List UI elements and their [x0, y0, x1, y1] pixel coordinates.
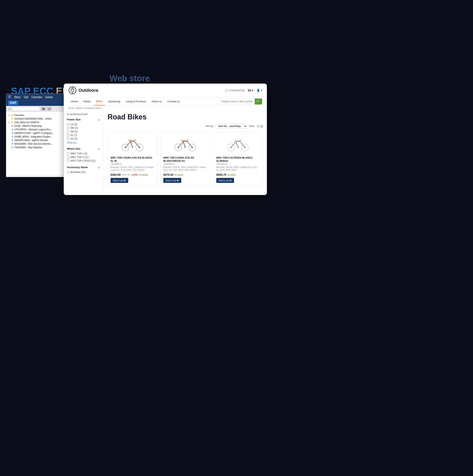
menu-item-menu[interactable]: Menu — [14, 95, 21, 98]
background — [0, 0, 473, 476]
search-button[interactable]: 🔍 — [255, 99, 262, 104]
tree-user-menu[interactable]: ▽ 📁 User Menu for SAMITH — [8, 120, 72, 124]
checkbox-tsr3[interactable] — [67, 156, 69, 158]
filter-tsr1[interactable]: WRC TSR-1 (2) — [67, 152, 100, 155]
webstore-label: Web store — [109, 74, 150, 83]
product-img-1 — [110, 135, 154, 154]
user-icon[interactable]: 👤 ▾ — [256, 89, 262, 92]
cart-arrow-icon-1: ▶ — [124, 179, 126, 182]
filter-tsr3[interactable]: WRC TSR-3 (17) — [67, 155, 100, 159]
sort-bar: Sort by: Item No. - ascending Item No. -… — [108, 124, 263, 129]
product-card-1[interactable]: WRC TSR-3 DURA ACE Di2 BLANCO XL 56 7302… — [108, 132, 157, 186]
ws-products: Road Bikes Sort by: Item No. - ascending… — [104, 110, 267, 190]
sap-action-btn1[interactable]: 🖼 — [41, 107, 46, 111]
product-desc-2: Bicicletas | WHITE / RED | GAMA 2018 | Y… — [163, 166, 207, 171]
user-folder-icon: 📁 — [11, 121, 14, 124]
tree-sbgrfcmon[interactable]: ⚙ SBGRFCMON - bgRFC Monitor — [8, 138, 72, 142]
tree-sxmb[interactable]: ⚙ SXMB_MONI - Integration Engine... — [8, 135, 72, 138]
product-img-2 — [163, 135, 207, 154]
add-to-cart-btn-3[interactable]: Add to cart ▶ — [216, 178, 234, 183]
filter-xs[interactable]: XS (3) — [67, 137, 100, 140]
checkbox-xl[interactable] — [67, 134, 69, 136]
sap-logo: SAP — [8, 101, 18, 105]
sap-window: ☰ Menu Edit Favorites Extras SAP ✓ 🖼 D ▽… — [6, 94, 74, 177]
add-to-cart-label-1: Add to cart — [113, 179, 124, 182]
filter-md[interactable]: MD (3) — [67, 126, 100, 130]
menu-item-edit[interactable]: Edit — [24, 95, 28, 98]
show-all-frame-size[interactable]: Show all... — [67, 141, 100, 144]
hamburger-icon[interactable]: ☰ — [8, 95, 11, 99]
filter-xl[interactable]: XL (7) — [67, 133, 100, 137]
filter-wheel-size: Wheel Size ▲ WRC TSR-1 (2) WRC TSR-3 (17… — [67, 147, 100, 163]
tree-favorites[interactable]: ▽ ⭐ Favorites — [8, 113, 72, 117]
add-to-cart-btn-2[interactable]: Add to cart ▶ — [163, 178, 181, 183]
filter-lg[interactable]: LG (3) — [67, 123, 100, 126]
product-card-3[interactable]: WRC TSR-3 ULTEGRA BLANCO XL/560mm 730215… — [213, 132, 263, 186]
filter-wheel-size-header[interactable]: Wheel Size ▲ — [67, 147, 100, 150]
tree-wsadmin[interactable]: ⚙ WSADMIN - Web Service Adminis... — [8, 142, 72, 146]
tree-sa38[interactable]: ⚙ SA38 - ABAP/4 Reporting — [8, 124, 72, 128]
nav-contact[interactable]: Contact us — [165, 98, 182, 105]
gear-icon-sa38: ⚙ — [11, 125, 14, 127]
cart-area[interactable]: 🛒 0 PRODUCT(S) — [225, 89, 245, 92]
filter-frame-size-header[interactable]: Frame Size ▲ — [67, 118, 100, 121]
webstore-item-label: /SANAECOM/WEBSTORE - SANA — [14, 118, 52, 120]
price-current-3: $858.75 — [216, 173, 226, 176]
bike-svg-1 — [121, 136, 144, 153]
checkbox-lg[interactable] — [67, 123, 69, 126]
checkbox-md[interactable] — [67, 127, 69, 129]
menu-item-extras[interactable]: Extras — [45, 95, 53, 98]
checkbox-sm[interactable] — [67, 130, 69, 133]
filter-tsr3-disco[interactable]: WRC TSR-3 DISCO (2) — [67, 159, 100, 163]
product-price-row-2: $375.00 In stock — [163, 173, 207, 176]
nav-about[interactable]: About us — [149, 98, 164, 105]
flag-icon[interactable]: 🇺🇸 ▾ — [248, 89, 253, 92]
sap-command-input[interactable] — [12, 107, 40, 111]
breadcrumb-text: Home > Bikes > Outdoor & Urban — [69, 107, 101, 109]
nav-bikes[interactable]: Bikes — [94, 97, 105, 105]
stock-3: In stock — [227, 173, 236, 176]
checkbox-xs[interactable] — [67, 137, 69, 140]
checkbox-bicicletas[interactable] — [67, 171, 69, 173]
user-menu-label: User Menu for SAMITH — [14, 121, 39, 124]
nav-home[interactable]: Home — [69, 98, 80, 105]
gear-icon-twadmin: ⚙ — [11, 146, 14, 149]
bike-svg-3 — [226, 136, 250, 153]
add-to-cart-label-3: Add to cart — [219, 179, 229, 182]
nav-living-furniture[interactable]: Living & Furniture — [123, 98, 148, 105]
sort-label: Sort by: — [206, 125, 214, 128]
filter-md-label: MD (3) — [71, 127, 78, 129]
sap-toolbar: SAP — [6, 100, 73, 106]
tree-sbgrfcconf[interactable]: ⚙ SBGRFCCONF - bgRFC Configura... — [8, 131, 72, 135]
product-desc-1: Bicicletas | WHITE / RED | GAMA 2018 | O… — [110, 166, 154, 171]
ws-nav: Home Plants Bikes Gardening Living & Fur… — [64, 97, 267, 106]
nav-plants[interactable]: Plants — [81, 98, 93, 105]
product-card-2[interactable]: WRC TSR-3 DURA ACE Di2 BLANCO/ROJO XX 73… — [160, 132, 210, 186]
nav-gardening[interactable]: Gardening — [106, 98, 123, 105]
checkbox-tsr1[interactable] — [67, 153, 69, 155]
filter-bicicletas[interactable]: Bicicletas (21) — [67, 170, 100, 174]
filter-sm[interactable]: SM (3) — [67, 130, 100, 133]
sort-select[interactable]: Item No. - ascending Item No. - descendi… — [216, 124, 247, 129]
sap-tree: ▽ ⭐ Favorites ★ /SANAECOM/WEBSTORE - SAN… — [6, 112, 73, 175]
tree-webstore[interactable]: ★ /SANAECOM/WEBSTORE - SANA — [8, 117, 72, 120]
products-found: 21 product(s) found — [67, 113, 100, 116]
search-input[interactable] — [219, 99, 255, 104]
add-to-cart-btn-1[interactable]: Add to cart ▶ — [110, 178, 128, 183]
filter-frame-size: Frame Size ▲ LG (3) MD (3) SM (3) — [67, 118, 100, 144]
tree-twadmin[interactable]: ⚙ TWADMIN - Start Watcher — [8, 146, 72, 149]
favorites-label: Favorites — [14, 114, 24, 117]
tree-lpconfig[interactable]: ⚙ LPCONFIG - Maintain Logical Por... — [8, 128, 72, 131]
product-grid: WRC TSR-3 DURA ACE Di2 BLANCO XL 56 7302… — [108, 132, 263, 186]
product-price-row-3: $858.75 In stock — [216, 173, 260, 176]
product-sku-1: 730203BLXL — [110, 163, 154, 165]
checkbox-tsr3-disco[interactable] — [67, 160, 69, 162]
sap-action-btn2[interactable]: D — [47, 107, 52, 111]
ws-logo-text: Outdoora — [78, 88, 98, 93]
grid-view-icon[interactable]: ⊞ — [260, 124, 263, 128]
cart-label: 0 PRODUCT(S) — [229, 89, 245, 92]
filter-accessory-header[interactable]: Accessory Name ▲ — [67, 166, 100, 169]
view-icons: ☰ ⊞ — [257, 124, 263, 128]
list-view-icon[interactable]: ☰ — [257, 124, 259, 128]
menu-item-favorites[interactable]: Favorites — [32, 95, 42, 98]
